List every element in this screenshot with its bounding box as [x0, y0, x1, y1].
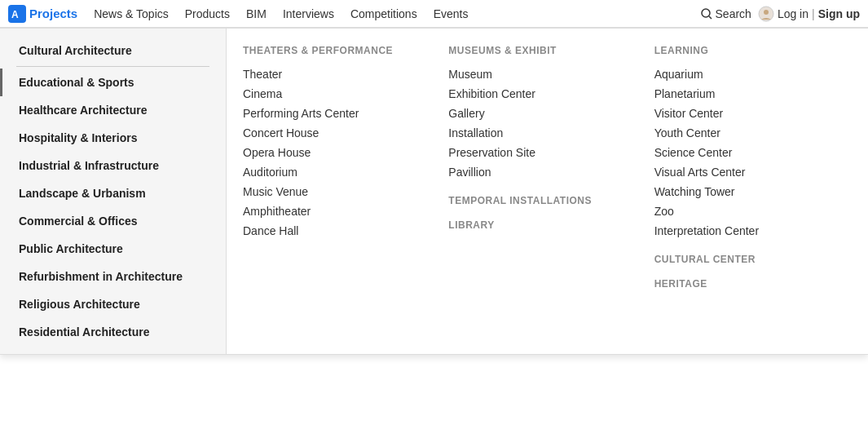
sidebar: Cultural Architecture Educational & Spor…: [0, 29, 227, 125]
nav-interviews[interactable]: Interviews: [275, 0, 342, 27]
col-item-gallery[interactable]: Gallery: [448, 104, 645, 123]
col-item-performing[interactable]: Performing Arts Center: [243, 104, 440, 123]
nav-bim[interactable]: BIM: [238, 0, 275, 27]
sidebar-divider: [16, 66, 209, 67]
col-item-concert[interactable]: Concert House: [243, 123, 440, 125]
nav-products[interactable]: Products: [177, 0, 238, 27]
col-item-cinema[interactable]: Cinema: [243, 84, 440, 104]
col-item-planetarium[interactable]: Planetarium: [654, 84, 852, 104]
logo[interactable]: A Projects: [8, 5, 77, 23]
col-item-visitor[interactable]: Visitor Center: [654, 104, 852, 123]
svg-point-2: [702, 9, 710, 17]
logo-text: Projects: [29, 7, 77, 20]
col-item-aquarium[interactable]: Aquarium: [654, 64, 852, 84]
sidebar-item-healthcare[interactable]: Healthcare Architecture: [0, 96, 226, 124]
auth-buttons: Log in | Sign up: [758, 6, 860, 22]
svg-text:A: A: [11, 9, 19, 20]
col-theaters: Theaters & Performance Theater Cinema Pe…: [243, 45, 440, 125]
nav-events[interactable]: Events: [425, 0, 477, 27]
col-museums-heading: Museums & Exhibit: [448, 45, 645, 56]
col-item-youth[interactable]: Youth Center: [654, 123, 852, 125]
col-item-exhibition[interactable]: Exhibition Center: [448, 84, 645, 104]
nav-competitions[interactable]: Competitions: [342, 0, 425, 27]
col-item-theater[interactable]: Theater: [243, 64, 440, 84]
col-theaters-heading: Theaters & Performance: [243, 45, 440, 56]
col-item-museum[interactable]: Museum: [448, 64, 645, 84]
nav-items: News & Topics Products BIM Interviews Co…: [86, 0, 700, 27]
search-button[interactable]: Search: [701, 7, 751, 20]
logo-icon: A: [8, 5, 26, 23]
sidebar-item-educational[interactable]: Educational & Sports: [0, 69, 226, 96]
signup-link[interactable]: Sign up: [818, 7, 860, 20]
dropdown-overlay: Cultural Architecture Educational & Spor…: [0, 28, 868, 125]
col-learning-heading: Learning: [654, 45, 852, 56]
col-museums: Museums & Exhibit Museum Exhibition Cent…: [448, 45, 645, 125]
nav-right: Search Log in | Sign up: [701, 6, 860, 22]
dropdown-columns: Theaters & Performance Theater Cinema Pe…: [227, 29, 868, 125]
nav-news-topics[interactable]: News & Topics: [86, 0, 177, 27]
sidebar-item-hospitality[interactable]: Hospitality & Interiors: [0, 124, 226, 125]
sidebar-item-cultural[interactable]: Cultural Architecture: [0, 37, 226, 64]
col-item-installation[interactable]: Installation: [448, 123, 645, 125]
search-icon: [701, 8, 712, 20]
svg-point-5: [764, 10, 769, 15]
svg-line-3: [709, 16, 712, 19]
top-navigation: A Projects News & Topics Products BIM In…: [0, 0, 868, 28]
login-link[interactable]: Log in: [778, 7, 809, 20]
user-icon: [758, 6, 774, 22]
auth-separator: |: [812, 7, 815, 20]
col-learning: Learning Aquarium Planetarium Visitor Ce…: [654, 45, 852, 125]
